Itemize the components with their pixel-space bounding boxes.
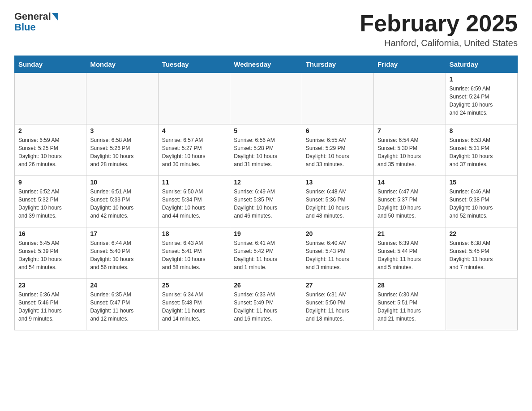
day-info: Sunrise: 6:39 AM Sunset: 5:44 PM Dayligh…	[378, 239, 442, 271]
day-number: 18	[162, 230, 226, 237]
week-row-5: 23Sunrise: 6:36 AM Sunset: 5:46 PM Dayli…	[15, 279, 518, 330]
month-title: February 2025	[360, 11, 518, 36]
calendar-cell: 22Sunrise: 6:38 AM Sunset: 5:45 PM Dayli…	[446, 227, 517, 279]
day-number: 9	[18, 179, 82, 186]
calendar-cell	[158, 73, 230, 124]
column-header-sunday: Sunday	[15, 56, 86, 73]
day-info: Sunrise: 6:57 AM Sunset: 5:27 PM Dayligh…	[162, 136, 226, 168]
week-row-4: 16Sunrise: 6:45 AM Sunset: 5:39 PM Dayli…	[15, 227, 518, 279]
day-info: Sunrise: 6:40 AM Sunset: 5:43 PM Dayligh…	[306, 239, 370, 271]
logo-general-text: General	[14, 11, 51, 22]
calendar-cell: 23Sunrise: 6:36 AM Sunset: 5:46 PM Dayli…	[15, 279, 86, 330]
calendar-cell: 6Sunrise: 6:55 AM Sunset: 5:29 PM Daylig…	[302, 124, 373, 176]
week-row-3: 9Sunrise: 6:52 AM Sunset: 5:32 PM Daylig…	[15, 176, 518, 227]
day-info: Sunrise: 6:45 AM Sunset: 5:39 PM Dayligh…	[18, 239, 82, 271]
calendar-cell: 16Sunrise: 6:45 AM Sunset: 5:39 PM Dayli…	[15, 227, 86, 279]
day-number: 12	[234, 179, 298, 186]
day-number: 19	[234, 230, 298, 237]
day-info: Sunrise: 6:47 AM Sunset: 5:37 PM Dayligh…	[378, 188, 442, 220]
day-info: Sunrise: 6:30 AM Sunset: 5:51 PM Dayligh…	[378, 291, 442, 323]
day-info: Sunrise: 6:56 AM Sunset: 5:28 PM Dayligh…	[234, 136, 298, 168]
day-number: 13	[306, 179, 370, 186]
day-info: Sunrise: 6:54 AM Sunset: 5:30 PM Dayligh…	[378, 136, 442, 168]
calendar-cell: 21Sunrise: 6:39 AM Sunset: 5:44 PM Dayli…	[374, 227, 446, 279]
calendar-cell: 11Sunrise: 6:50 AM Sunset: 5:34 PM Dayli…	[158, 176, 230, 227]
calendar-cell	[374, 73, 446, 124]
calendar-cell: 26Sunrise: 6:33 AM Sunset: 5:49 PM Dayli…	[230, 279, 302, 330]
day-info: Sunrise: 6:35 AM Sunset: 5:47 PM Dayligh…	[90, 291, 154, 323]
day-number: 15	[450, 179, 514, 186]
day-number: 11	[162, 179, 226, 186]
day-info: Sunrise: 6:52 AM Sunset: 5:32 PM Dayligh…	[18, 188, 82, 220]
calendar-cell: 12Sunrise: 6:49 AM Sunset: 5:35 PM Dayli…	[230, 176, 302, 227]
day-number: 27	[306, 282, 370, 289]
calendar-cell: 1Sunrise: 6:59 AM Sunset: 5:24 PM Daylig…	[446, 73, 517, 124]
day-number: 23	[18, 282, 82, 289]
day-number: 22	[450, 230, 514, 237]
day-info: Sunrise: 6:59 AM Sunset: 5:25 PM Dayligh…	[18, 136, 82, 168]
calendar-cell: 9Sunrise: 6:52 AM Sunset: 5:32 PM Daylig…	[15, 176, 86, 227]
calendar-table: SundayMondayTuesdayWednesdayThursdayFrid…	[14, 56, 518, 330]
calendar-cell: 25Sunrise: 6:34 AM Sunset: 5:48 PM Dayli…	[158, 279, 230, 330]
page-header: General Blue February 2025 Hanford, Cali…	[14, 11, 518, 48]
day-info: Sunrise: 6:58 AM Sunset: 5:26 PM Dayligh…	[90, 136, 154, 168]
column-header-wednesday: Wednesday	[230, 56, 302, 73]
calendar-cell: 19Sunrise: 6:41 AM Sunset: 5:42 PM Dayli…	[230, 227, 302, 279]
day-info: Sunrise: 6:33 AM Sunset: 5:49 PM Dayligh…	[234, 291, 298, 323]
calendar-header-row: SundayMondayTuesdayWednesdayThursdayFrid…	[15, 56, 518, 73]
day-info: Sunrise: 6:38 AM Sunset: 5:45 PM Dayligh…	[450, 239, 514, 271]
calendar-cell: 27Sunrise: 6:31 AM Sunset: 5:50 PM Dayli…	[302, 279, 373, 330]
day-info: Sunrise: 6:46 AM Sunset: 5:38 PM Dayligh…	[450, 188, 514, 220]
title-section: February 2025 Hanford, California, Unite…	[360, 11, 518, 48]
day-number: 3	[90, 127, 154, 134]
calendar-cell: 20Sunrise: 6:40 AM Sunset: 5:43 PM Dayli…	[302, 227, 373, 279]
calendar-cell: 18Sunrise: 6:43 AM Sunset: 5:41 PM Dayli…	[158, 227, 230, 279]
day-info: Sunrise: 6:44 AM Sunset: 5:40 PM Dayligh…	[90, 239, 154, 271]
day-number: 14	[378, 179, 442, 186]
day-number: 2	[18, 127, 82, 134]
day-number: 25	[162, 282, 226, 289]
logo-arrow-icon	[52, 13, 58, 21]
day-number: 20	[306, 230, 370, 237]
day-number: 5	[234, 127, 298, 134]
calendar-cell: 13Sunrise: 6:48 AM Sunset: 5:36 PM Dayli…	[302, 176, 373, 227]
day-number: 21	[378, 230, 442, 237]
calendar-cell: 17Sunrise: 6:44 AM Sunset: 5:40 PM Dayli…	[86, 227, 158, 279]
location-subtitle: Hanford, California, United States	[360, 38, 518, 48]
day-number: 28	[378, 282, 442, 289]
column-header-saturday: Saturday	[446, 56, 517, 73]
week-row-1: 1Sunrise: 6:59 AM Sunset: 5:24 PM Daylig…	[15, 73, 518, 124]
column-header-tuesday: Tuesday	[158, 56, 230, 73]
day-number: 24	[90, 282, 154, 289]
day-number: 6	[306, 127, 370, 134]
day-info: Sunrise: 6:55 AM Sunset: 5:29 PM Dayligh…	[306, 136, 370, 168]
calendar-cell	[86, 73, 158, 124]
day-number: 10	[90, 179, 154, 186]
calendar-cell: 3Sunrise: 6:58 AM Sunset: 5:26 PM Daylig…	[86, 124, 158, 176]
day-number: 26	[234, 282, 298, 289]
day-info: Sunrise: 6:43 AM Sunset: 5:41 PM Dayligh…	[162, 239, 226, 271]
day-info: Sunrise: 6:36 AM Sunset: 5:46 PM Dayligh…	[18, 291, 82, 323]
column-header-thursday: Thursday	[302, 56, 373, 73]
logo: General Blue	[14, 11, 58, 33]
calendar-cell	[230, 73, 302, 124]
day-number: 1	[450, 76, 514, 83]
logo-blue-text: Blue	[14, 21, 36, 33]
calendar-cell: 5Sunrise: 6:56 AM Sunset: 5:28 PM Daylig…	[230, 124, 302, 176]
day-info: Sunrise: 6:49 AM Sunset: 5:35 PM Dayligh…	[234, 188, 298, 220]
calendar-cell	[302, 73, 373, 124]
day-info: Sunrise: 6:59 AM Sunset: 5:24 PM Dayligh…	[450, 85, 514, 117]
day-info: Sunrise: 6:41 AM Sunset: 5:42 PM Dayligh…	[234, 239, 298, 271]
calendar-cell: 2Sunrise: 6:59 AM Sunset: 5:25 PM Daylig…	[15, 124, 86, 176]
column-header-monday: Monday	[86, 56, 158, 73]
day-info: Sunrise: 6:34 AM Sunset: 5:48 PM Dayligh…	[162, 291, 226, 323]
calendar-cell: 24Sunrise: 6:35 AM Sunset: 5:47 PM Dayli…	[86, 279, 158, 330]
day-info: Sunrise: 6:48 AM Sunset: 5:36 PM Dayligh…	[306, 188, 370, 220]
week-row-2: 2Sunrise: 6:59 AM Sunset: 5:25 PM Daylig…	[15, 124, 518, 176]
calendar-cell: 10Sunrise: 6:51 AM Sunset: 5:33 PM Dayli…	[86, 176, 158, 227]
day-info: Sunrise: 6:51 AM Sunset: 5:33 PM Dayligh…	[90, 188, 154, 220]
day-number: 4	[162, 127, 226, 134]
calendar-cell	[446, 279, 517, 330]
calendar-cell: 4Sunrise: 6:57 AM Sunset: 5:27 PM Daylig…	[158, 124, 230, 176]
day-info: Sunrise: 6:50 AM Sunset: 5:34 PM Dayligh…	[162, 188, 226, 220]
